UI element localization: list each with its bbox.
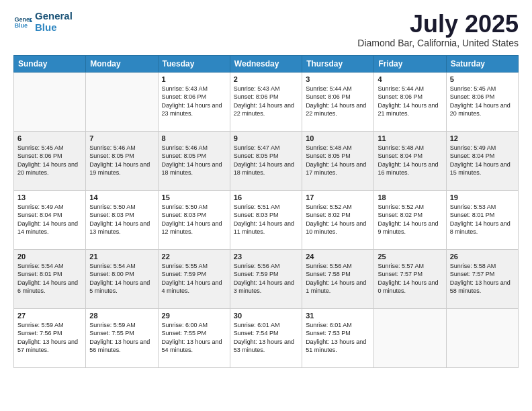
col-tuesday: Tuesday xyxy=(158,55,230,72)
table-row xyxy=(374,308,446,367)
day-number: 12 xyxy=(450,134,515,142)
col-friday: Friday xyxy=(374,55,446,72)
table-row xyxy=(14,72,86,131)
day-number: 28 xyxy=(89,312,154,320)
day-number: 23 xyxy=(234,253,298,261)
day-number: 3 xyxy=(306,75,370,83)
table-row: 5Sunrise: 5:45 AMSunset: 8:06 PMDaylight… xyxy=(446,72,518,131)
table-row: 30Sunrise: 6:01 AMSunset: 7:54 PMDayligh… xyxy=(230,308,302,367)
table-row: 17Sunrise: 5:52 AMSunset: 8:02 PMDayligh… xyxy=(302,190,374,249)
day-number: 14 xyxy=(89,193,154,201)
table-row: 13Sunrise: 5:49 AMSunset: 8:04 PMDayligh… xyxy=(14,190,86,249)
logo-text-blue: Blue xyxy=(35,22,73,34)
day-content: Sunrise: 5:56 AMSunset: 7:58 PMDaylight:… xyxy=(306,262,370,295)
day-content: Sunrise: 5:51 AMSunset: 8:03 PMDaylight:… xyxy=(234,203,298,236)
day-content: Sunrise: 5:52 AMSunset: 8:02 PMDaylight:… xyxy=(306,203,370,236)
day-content: Sunrise: 5:44 AMSunset: 8:06 PMDaylight:… xyxy=(378,85,442,118)
calendar-week-row: 27Sunrise: 5:59 AMSunset: 7:56 PMDayligh… xyxy=(14,308,519,367)
table-row: 18Sunrise: 5:52 AMSunset: 8:02 PMDayligh… xyxy=(374,190,446,249)
day-number: 2 xyxy=(234,75,298,83)
day-content: Sunrise: 5:48 AMSunset: 8:05 PMDaylight:… xyxy=(306,144,370,177)
table-row xyxy=(446,308,518,367)
day-content: Sunrise: 5:56 AMSunset: 7:59 PMDaylight:… xyxy=(234,262,298,295)
table-row: 25Sunrise: 5:57 AMSunset: 7:57 PMDayligh… xyxy=(374,249,446,308)
day-content: Sunrise: 5:54 AMSunset: 8:01 PMDaylight:… xyxy=(17,262,82,295)
table-row: 21Sunrise: 5:54 AMSunset: 8:00 PMDayligh… xyxy=(86,249,158,308)
table-row: 9Sunrise: 5:47 AMSunset: 8:05 PMDaylight… xyxy=(230,131,302,190)
day-number: 10 xyxy=(306,134,370,142)
col-sunday: Sunday xyxy=(14,55,86,72)
day-content: Sunrise: 5:44 AMSunset: 8:06 PMDaylight:… xyxy=(306,85,370,118)
day-number: 26 xyxy=(450,253,515,261)
table-row: 11Sunrise: 5:48 AMSunset: 8:04 PMDayligh… xyxy=(374,131,446,190)
table-row: 26Sunrise: 5:58 AMSunset: 7:57 PMDayligh… xyxy=(446,249,518,308)
table-row: 15Sunrise: 5:50 AMSunset: 8:03 PMDayligh… xyxy=(158,190,230,249)
table-row: 19Sunrise: 5:53 AMSunset: 8:01 PMDayligh… xyxy=(446,190,518,249)
day-number: 6 xyxy=(17,134,82,142)
day-content: Sunrise: 5:55 AMSunset: 7:59 PMDaylight:… xyxy=(162,262,226,295)
month-title: July 2025 xyxy=(357,11,519,38)
location: Diamond Bar, California, United States xyxy=(357,38,519,48)
table-row: 16Sunrise: 5:51 AMSunset: 8:03 PMDayligh… xyxy=(230,190,302,249)
day-number: 9 xyxy=(234,134,298,142)
day-number: 7 xyxy=(89,134,154,142)
day-number: 20 xyxy=(17,253,82,261)
table-row: 28Sunrise: 5:59 AMSunset: 7:55 PMDayligh… xyxy=(86,308,158,367)
day-content: Sunrise: 5:52 AMSunset: 8:02 PMDaylight:… xyxy=(378,203,442,236)
day-content: Sunrise: 5:50 AMSunset: 8:03 PMDaylight:… xyxy=(89,203,154,236)
table-row: 1Sunrise: 5:43 AMSunset: 8:06 PMDaylight… xyxy=(158,72,230,131)
table-row: 31Sunrise: 6:01 AMSunset: 7:53 PMDayligh… xyxy=(302,308,374,367)
day-number: 27 xyxy=(17,312,82,320)
day-content: Sunrise: 6:00 AMSunset: 7:55 PMDaylight:… xyxy=(162,321,226,355)
table-row: 24Sunrise: 5:56 AMSunset: 7:58 PMDayligh… xyxy=(302,249,374,308)
col-monday: Monday xyxy=(86,55,158,72)
day-content: Sunrise: 5:43 AMSunset: 8:06 PMDaylight:… xyxy=(234,85,298,118)
table-row: 29Sunrise: 6:00 AMSunset: 7:55 PMDayligh… xyxy=(158,308,230,367)
table-row: 4Sunrise: 5:44 AMSunset: 8:06 PMDaylight… xyxy=(374,72,446,131)
calendar-week-row: 20Sunrise: 5:54 AMSunset: 8:01 PMDayligh… xyxy=(14,249,519,308)
day-content: Sunrise: 5:59 AMSunset: 7:55 PMDaylight:… xyxy=(89,321,154,355)
day-number: 25 xyxy=(378,253,442,261)
table-row xyxy=(86,72,158,131)
table-row: 7Sunrise: 5:46 AMSunset: 8:05 PMDaylight… xyxy=(86,131,158,190)
logo-text-general: General xyxy=(35,11,73,22)
logo: General Blue General Blue xyxy=(13,11,73,33)
day-content: Sunrise: 5:46 AMSunset: 8:05 PMDaylight:… xyxy=(162,144,226,177)
day-number: 22 xyxy=(162,253,226,261)
table-row: 6Sunrise: 5:45 AMSunset: 8:06 PMDaylight… xyxy=(14,131,86,190)
calendar-week-row: 6Sunrise: 5:45 AMSunset: 8:06 PMDaylight… xyxy=(14,131,519,190)
day-content: Sunrise: 5:46 AMSunset: 8:05 PMDaylight:… xyxy=(89,144,154,177)
day-number: 17 xyxy=(306,193,370,201)
col-thursday: Thursday xyxy=(302,55,374,72)
table-row: 12Sunrise: 5:49 AMSunset: 8:04 PMDayligh… xyxy=(446,131,518,190)
day-number: 4 xyxy=(378,75,442,83)
calendar-week-row: 1Sunrise: 5:43 AMSunset: 8:06 PMDaylight… xyxy=(14,72,519,131)
table-row: 20Sunrise: 5:54 AMSunset: 8:01 PMDayligh… xyxy=(14,249,86,308)
day-number: 30 xyxy=(234,312,298,320)
day-content: Sunrise: 5:49 AMSunset: 8:04 PMDaylight:… xyxy=(17,203,82,236)
day-content: Sunrise: 6:01 AMSunset: 7:53 PMDaylight:… xyxy=(306,321,370,355)
day-number: 21 xyxy=(89,253,154,261)
table-row: 27Sunrise: 5:59 AMSunset: 7:56 PMDayligh… xyxy=(14,308,86,367)
day-content: Sunrise: 5:50 AMSunset: 8:03 PMDaylight:… xyxy=(162,203,226,236)
table-row: 2Sunrise: 5:43 AMSunset: 8:06 PMDaylight… xyxy=(230,72,302,131)
day-content: Sunrise: 5:43 AMSunset: 8:06 PMDaylight:… xyxy=(162,85,226,118)
calendar-header-row: Sunday Monday Tuesday Wednesday Thursday… xyxy=(14,55,519,72)
day-number: 16 xyxy=(234,193,298,201)
day-number: 31 xyxy=(306,312,370,320)
page-header: General Blue General Blue July 2025 Diam… xyxy=(13,11,519,48)
table-row: 23Sunrise: 5:56 AMSunset: 7:59 PMDayligh… xyxy=(230,249,302,308)
table-row: 14Sunrise: 5:50 AMSunset: 8:03 PMDayligh… xyxy=(86,190,158,249)
calendar-week-row: 13Sunrise: 5:49 AMSunset: 8:04 PMDayligh… xyxy=(14,190,519,249)
col-saturday: Saturday xyxy=(446,55,518,72)
day-content: Sunrise: 5:45 AMSunset: 8:06 PMDaylight:… xyxy=(17,144,82,177)
day-number: 5 xyxy=(450,75,515,83)
day-content: Sunrise: 5:58 AMSunset: 7:57 PMDaylight:… xyxy=(450,262,515,295)
day-content: Sunrise: 6:01 AMSunset: 7:54 PMDaylight:… xyxy=(234,321,298,355)
day-content: Sunrise: 5:49 AMSunset: 8:04 PMDaylight:… xyxy=(450,144,515,177)
table-row: 3Sunrise: 5:44 AMSunset: 8:06 PMDaylight… xyxy=(302,72,374,131)
table-row: 22Sunrise: 5:55 AMSunset: 7:59 PMDayligh… xyxy=(158,249,230,308)
day-number: 24 xyxy=(306,253,370,261)
logo-icon: General Blue xyxy=(13,13,32,32)
day-content: Sunrise: 5:48 AMSunset: 8:04 PMDaylight:… xyxy=(378,144,442,177)
